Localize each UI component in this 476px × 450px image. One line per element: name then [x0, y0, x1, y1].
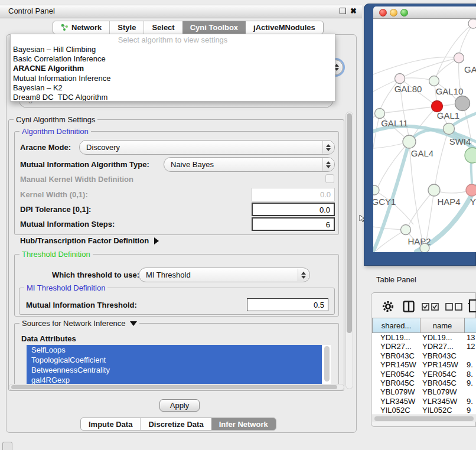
table-row[interactable]: YDL19...YDL19...13 [372, 333, 476, 342]
algorithm-option[interactable]: Basic Correlation Inference [11, 54, 335, 64]
tab-jactivemnodules-label: jActiveMNodules [253, 23, 315, 32]
table-row[interactable]: YBR043CYBR043C [372, 351, 476, 360]
network-node-y[interactable] [466, 184, 476, 196]
network-node-gal7[interactable] [454, 53, 464, 63]
node-label: GAL7 [464, 64, 476, 74]
table-rows: YDL19...YDL19...13YDR27...YDR27...12YBR0… [372, 333, 476, 415]
sources-title-text: Sources for Network Inference [22, 319, 126, 328]
table-row[interactable]: YLR345WYLR345W9. [372, 397, 476, 406]
network-node[interactable] [455, 96, 470, 111]
table-cell: YDL19... [372, 333, 420, 342]
network-node[interactable] [444, 123, 455, 135]
data-attributes-list[interactable]: SelfLoopsTopologicalCoefficientBetweenne… [27, 345, 331, 384]
tab-infer-network[interactable]: Infer Network [211, 418, 276, 430]
checked-boxes-icon[interactable] [422, 302, 439, 311]
document-icon[interactable] [468, 299, 476, 313]
network-node-hap2[interactable] [401, 225, 411, 235]
network-node-hap4[interactable] [428, 184, 440, 196]
aracne-mode-combobox[interactable]: Discovery [79, 140, 335, 155]
hub-definition-expander[interactable]: Hub/Transcription Factor Definition [20, 236, 159, 245]
network-node[interactable] [420, 243, 429, 252]
table-row[interactable]: YPR145WYPR145W9. [372, 360, 476, 369]
table-horizontal-scrollbar[interactable] [372, 415, 476, 422]
network-node-gal4[interactable] [403, 135, 416, 148]
network-node[interactable] [468, 19, 476, 28]
table-row[interactable]: YBL079WYBL079W [372, 387, 476, 396]
attribute-item[interactable]: SelfLoops [27, 345, 322, 355]
network-edge[interactable] [385, 106, 437, 113]
close-traffic-light-icon[interactable] [379, 9, 387, 17]
split-columns-icon[interactable] [403, 301, 415, 312]
network-icon [61, 24, 69, 31]
settings-horizontal-scrollbar[interactable] [9, 384, 344, 390]
scrollbar-thumb[interactable] [347, 113, 352, 333]
tab-select[interactable]: Select [144, 21, 182, 34]
tab-jactivemnodules[interactable]: jActiveMNodules [246, 21, 323, 34]
table-row[interactable]: YIL052CYIL052C9 [372, 406, 476, 415]
mi-type-combobox[interactable]: Naive Bayes [164, 157, 335, 172]
attributes-scrollbar[interactable] [324, 346, 330, 381]
attribute-item[interactable]: gal4RGexp [27, 375, 322, 384]
tab-impute-data[interactable]: Impute Data [81, 418, 140, 430]
algorithm-option[interactable]: Bayesian – Hill Climbing [11, 45, 335, 54]
data-attributes-label: Data Attributes [21, 334, 76, 343]
unchecked-boxes-icon[interactable] [445, 302, 463, 311]
table-row[interactable]: YDR27...YDR27...12 [372, 342, 476, 351]
node-label: GAL80 [395, 84, 422, 94]
table-cell: 12 [464, 342, 476, 351]
minimize-traffic-light-icon[interactable] [390, 9, 397, 17]
table-row[interactable]: YBR045CYBR045C9. [372, 379, 476, 387]
apply-button[interactable]: Apply [159, 399, 200, 412]
algorithm-popup-items: Bayesian – Hill ClimbingBasic Correlatio… [11, 45, 335, 102]
mi-type-label: Mutual Information Algorithm Type: [20, 160, 149, 169]
tab-network[interactable]: Network [53, 21, 109, 34]
manual-kernel-checkbox[interactable] [325, 174, 334, 183]
table-row[interactable]: YER054CYER054C8. [372, 370, 476, 379]
tab-discretize-data[interactable]: Discretize Data [140, 418, 211, 430]
network-node-gal10[interactable] [429, 76, 439, 86]
network-edge[interactable] [409, 190, 434, 225]
network-node-gcy1[interactable] [373, 185, 379, 195]
mi-threshold-field[interactable]: 0.5 [247, 298, 328, 311]
table-cell: YDR27... [372, 342, 420, 351]
network-edge[interactable] [373, 57, 459, 74]
attribute-item[interactable]: BetweennessCentrality [27, 365, 322, 375]
mi-steps-field[interactable]: 6 [252, 217, 335, 231]
column-header-third[interactable] [464, 318, 476, 333]
settings-vertical-scrollbar[interactable] [345, 112, 353, 389]
network-edge[interactable] [459, 24, 473, 58]
aracne-mode-label: Aracne Mode: [20, 143, 71, 152]
tab-style[interactable]: Style [109, 21, 144, 34]
table-cell: YLR345W [372, 397, 420, 406]
column-header-shared[interactable]: shared... [372, 318, 420, 333]
control-panel-tabbar: Network Style Select Cyni Toolbox jActiv… [53, 21, 324, 34]
close-icon[interactable]: ✖ [350, 6, 357, 15]
float-panel-icon[interactable] [340, 8, 346, 14]
dpi-tolerance-field[interactable]: 0.0 [252, 203, 335, 216]
collapsed-panel-icon[interactable] [2, 442, 12, 450]
hub-definition-label: Hub/Transcription Factor Definition [20, 236, 149, 245]
combo-spinner-icon [322, 141, 334, 154]
network-edge[interactable] [403, 58, 459, 77]
scrollbar-thumb[interactable] [11, 385, 337, 389]
zoom-traffic-light-icon[interactable] [400, 9, 408, 17]
scrollbar-thumb[interactable] [374, 416, 474, 421]
network-node-gal11[interactable] [375, 109, 385, 119]
network-node-gal80[interactable] [395, 74, 405, 84]
gear-icon[interactable] [382, 300, 395, 313]
tab-cyni-toolbox[interactable]: Cyni Toolbox [182, 21, 246, 34]
collapse-down-icon[interactable] [130, 321, 137, 326]
algorithm-option[interactable]: Dream8 DC_TDC Algorithm [11, 93, 335, 102]
network-edge[interactable] [435, 129, 449, 184]
algorithm-option[interactable]: Bayesian – K2 [11, 83, 335, 93]
attribute-item[interactable]: TopologicalCoefficient [27, 355, 322, 365]
kernel-width-field[interactable]: 0.0 [252, 188, 335, 201]
network-canvas[interactable]: GAL7GAL80GAL10GAL1GAL11SWI4GAL4GCY1HAP4Y… [373, 19, 476, 252]
column-header-name[interactable]: name [420, 318, 464, 333]
table-cell: 9. [464, 397, 476, 406]
network-node-swi4[interactable] [465, 148, 476, 163]
algorithm-option[interactable]: Mutual Information Inference [11, 74, 335, 83]
which-threshold-combobox[interactable]: MI Threshold [139, 268, 310, 282]
algorithm-option[interactable]: ARACNE Algorithm [11, 64, 335, 73]
network-window-titlebar[interactable] [373, 6, 476, 19]
